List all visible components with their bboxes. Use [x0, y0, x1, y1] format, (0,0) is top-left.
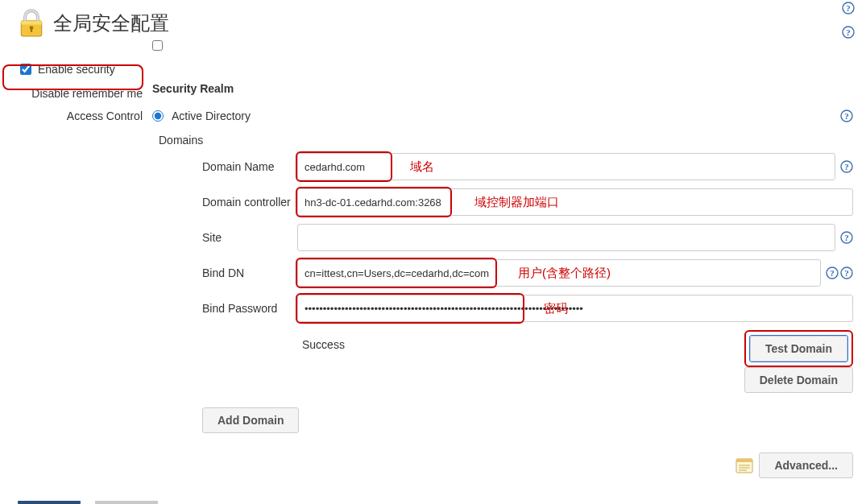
svg-text:?: ?: [844, 111, 849, 121]
help-icon[interactable]: ?: [840, 109, 853, 122]
active-directory-label: Active Directory: [172, 109, 251, 122]
help-icon[interactable]: ?: [840, 160, 853, 173]
highlight-test-domain: Test Domain: [744, 330, 853, 367]
disable-remember-checkbox[interactable]: [152, 40, 163, 51]
domain-controller-input[interactable]: [297, 188, 853, 216]
test-success-text: Success: [302, 338, 345, 351]
delete-domain-row: Delete Domain: [159, 367, 853, 393]
active-directory-radio[interactable]: [152, 110, 164, 122]
bind-password-label: Bind Password: [159, 302, 297, 315]
advanced-button[interactable]: Advanced...: [759, 452, 853, 478]
notes-icon: [735, 456, 754, 474]
domain-name-row: Domain Name ? 域名: [159, 153, 853, 180]
svg-text:?: ?: [846, 3, 851, 13]
test-result-row: Success Test Domain: [297, 330, 853, 362]
domain-form: Domain Name ? 域名 Domain controller 域控制器加…: [159, 153, 853, 393]
disable-remember-label: Disable remember me: [31, 87, 143, 100]
svg-rect-3: [31, 28, 32, 32]
site-row: Site ?: [159, 224, 853, 251]
bind-dn-row: Bind DN ? ? 用户(含整个路径): [159, 259, 853, 287]
svg-text:?: ?: [830, 268, 835, 278]
bind-dn-input[interactable]: [297, 259, 821, 287]
disable-remember-row: Disable remember me: [0, 82, 152, 105]
lock-icon: [16, 8, 47, 39]
enable-security-checkbox[interactable]: [20, 64, 31, 75]
domain-name-input[interactable]: [297, 153, 835, 180]
delete-domain-button[interactable]: Delete Domain: [744, 367, 853, 393]
svg-text:?: ?: [846, 27, 851, 37]
site-input[interactable]: [297, 224, 835, 251]
domain-controller-label: Domain controller: [159, 196, 297, 209]
help-icon[interactable]: ?: [826, 266, 839, 279]
domains-label: Domains: [159, 134, 853, 147]
active-directory-row: Active Directory ?: [152, 105, 853, 127]
main-form-column: ? ? Security Realm Active Directory ? Do…: [152, 56, 866, 478]
enable-security-label: Enable security: [38, 63, 115, 76]
help-icon[interactable]: ?: [842, 2, 855, 14]
help-icon[interactable]: ?: [840, 231, 853, 244]
bind-dn-label: Bind DN: [159, 266, 297, 279]
help-icon[interactable]: ?: [842, 26, 855, 39]
tab-active[interactable]: [18, 501, 81, 504]
svg-text:?: ?: [844, 233, 849, 242]
tab-inactive[interactable]: [95, 501, 158, 504]
bind-password-input[interactable]: [297, 295, 853, 322]
advanced-row: Advanced...: [152, 452, 853, 478]
page-title: 全局安全配置: [53, 10, 169, 36]
security-realm-heading: Security Realm: [152, 82, 853, 101]
enable-security-row: Enable security: [0, 56, 152, 82]
bottom-tabs: [18, 501, 158, 504]
svg-text:?: ?: [844, 268, 849, 278]
svg-text:?: ?: [844, 162, 849, 171]
access-control-label: Access Control: [67, 109, 143, 122]
domain-controller-row: Domain controller 域控制器加端口: [159, 188, 853, 216]
add-domain-row: Add Domain: [202, 407, 853, 433]
svg-rect-1: [21, 21, 41, 25]
help-icon[interactable]: ?: [840, 266, 853, 279]
domain-name-label: Domain Name: [159, 160, 297, 173]
site-label: Site: [159, 231, 297, 244]
left-options-column: Enable security Disable remember me Acce…: [0, 56, 152, 478]
svg-rect-19: [736, 459, 752, 462]
test-domain-button[interactable]: Test Domain: [750, 336, 847, 361]
bind-password-row: Bind Password 密码: [159, 295, 853, 322]
add-domain-button[interactable]: Add Domain: [202, 407, 299, 433]
access-control-row: Access Control: [0, 105, 152, 127]
